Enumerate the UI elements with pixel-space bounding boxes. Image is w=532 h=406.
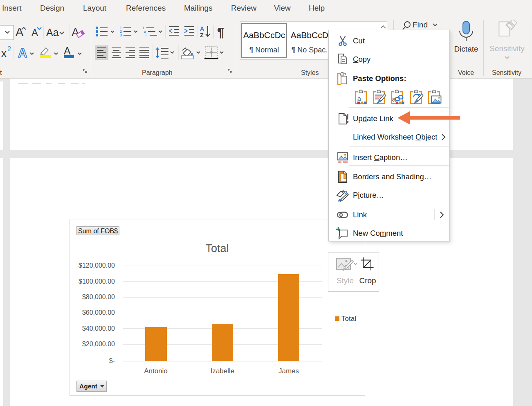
svg-text:A: A (200, 25, 204, 32)
svg-text:Z: Z (200, 32, 204, 38)
svg-text:¶: ¶ (217, 25, 224, 40)
svg-text:A: A (18, 46, 27, 60)
svg-text:A: A (16, 25, 24, 38)
svg-text:i: i (146, 33, 146, 37)
svg-text:A: A (64, 45, 71, 56)
svg-text:x: x (1, 47, 7, 59)
svg-text:2: 2 (7, 45, 11, 52)
svg-text:A: A (31, 27, 38, 38)
svg-text:Aa: Aa (46, 27, 59, 38)
svg-text:3: 3 (120, 33, 122, 37)
svg-text:a: a (357, 95, 361, 102)
